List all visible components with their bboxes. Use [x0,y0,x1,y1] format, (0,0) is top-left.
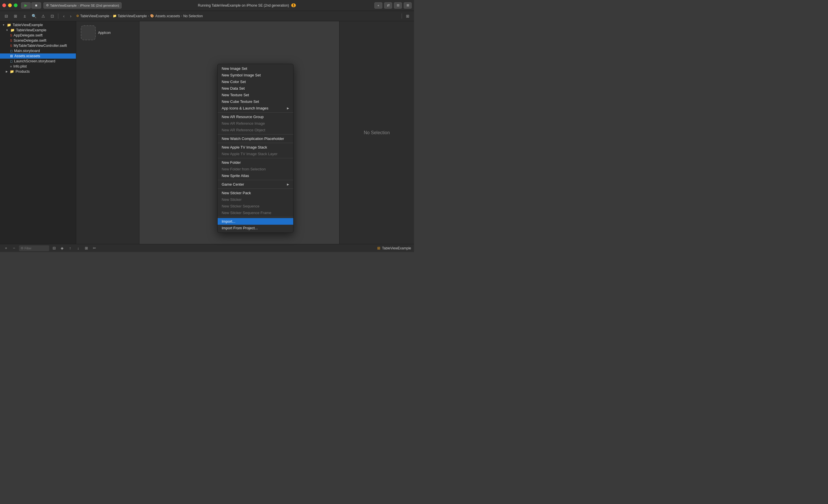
minimize-button[interactable] [8,3,12,7]
layout-button[interactable]: ⇄ [384,2,392,9]
asset-label: AppIcon [98,31,111,35]
menu-item-new-ar-ref-image: New AR Reference Image [218,120,293,127]
scheme-name: TableViewExample [50,4,77,7]
menu-item-new-sticker-sequence-frame: New Sticker Sequence Frame [218,210,293,216]
sidebar-root[interactable]: ▼ 📁 TableViewExample [0,22,76,28]
add-button[interactable]: + [374,2,382,9]
menu-item-new-texture-set[interactable]: New Texture Set [218,92,293,98]
bookmark-icon[interactable]: ⊡ [49,13,56,19]
bc-item-assets[interactable]: 🎨 Assets.xcassets [150,14,180,18]
sidebar-item-assets[interactable]: ⊞ Assets.xcassets [0,53,76,59]
bc-item-folder[interactable]: 📁 TableViewExample [113,14,147,18]
bottom-icon-1[interactable]: ⊟ [51,245,57,251]
menu-separator-6 [218,188,293,189]
sidebar-label: AppDelegate.swift [13,33,43,37]
menu-item-app-icons[interactable]: App Icons & Launch Images ▶ [218,105,293,111]
bottom-icon-3[interactable]: ↑ [67,245,73,251]
title-bar: ▶ ■ ⚙ TableViewExample › iPhone SE (2nd … [0,0,414,11]
swift-icon: S [10,39,12,42]
content-area: No Selection No Selection New Image Set … [139,21,414,244]
menu-separator-5 [218,180,293,180]
menu-item-new-ar-resource-group[interactable]: New AR Resource Group [218,113,293,120]
bc-item-project[interactable]: ⚙ TableViewExample [76,14,109,18]
folder-icon: 📁 [10,70,14,74]
maximize-button[interactable] [14,3,17,7]
menu-item-new-symbol-image-set[interactable]: New Symbol Image Set [218,72,293,79]
inspector-no-selection: No Selection [364,130,390,135]
inspector-toggle-icon[interactable]: ⊞ [404,13,411,19]
sidebar-item-tvexample[interactable]: ▼ 📁 TableViewExample [0,28,76,33]
run-button[interactable]: ▶ [21,2,31,9]
folder-icon: 📁 [10,28,15,32]
bottom-icon-4[interactable]: ↓ [75,245,81,251]
menu-item-new-image-set[interactable]: New Image Set [218,65,293,72]
swift-icon: S [10,34,12,37]
menu-item-new-data-set[interactable]: New Data Set [218,85,293,92]
magnify-icon[interactable]: 🔍 [31,13,37,19]
collapse-icon: ▶ [6,70,8,73]
panel-button[interactable]: ⊞ [404,2,412,9]
submenu-arrow: ▶ [287,183,289,186]
bottom-bar: + − ⊙ ⊟ ◈ ↑ ↓ ⊞ ✂ ⊞ TableViewExample [0,244,414,252]
menu-item-new-cube-texture-set[interactable]: New Cube Texture Set [218,98,293,105]
menu-item-new-apple-tv-stack[interactable]: New Apple TV Image Stack [218,144,293,150]
bottom-icon-6[interactable]: ✂ [91,245,97,251]
menu-item-new-ar-ref-object: New AR Reference Object [218,127,293,133]
close-button[interactable] [2,3,6,7]
bottom-icon-5[interactable]: ⊞ [83,245,89,251]
filter-box: ⊙ [19,245,49,251]
sidebar-item-infoplist[interactable]: ≡ Info.plist [0,64,76,69]
stop-button[interactable]: ■ [31,2,41,9]
sidebar-label: TableViewExample [16,28,46,32]
menu-item-import[interactable]: Import... [218,218,293,225]
project-icon: ⚙ [76,14,79,18]
split-button[interactable]: ⊟ [394,2,402,9]
menu-separator-3 [218,143,293,143]
expand-icon: ▼ [2,24,5,27]
device-name: iPhone SE (2nd generation) [80,4,119,7]
scheme-selector[interactable]: ⚙ TableViewExample › iPhone SE (2nd gene… [43,2,122,9]
sidebar: ▼ 📁 TableViewExample ▼ 📁 TableViewExampl… [0,21,76,244]
menu-item-new-folder[interactable]: New Folder [218,159,293,166]
main-layout: ▼ 📁 TableViewExample ▼ 📁 TableViewExampl… [0,21,414,244]
plus-minus-icon[interactable]: ± [21,13,28,19]
assets-icon: 🎨 [150,14,154,18]
sidebar-item-launchscreen[interactable]: ◻ LaunchScreen.storyboard [0,59,76,64]
bottom-icon-2[interactable]: ◈ [59,245,65,251]
nav-arrows: ‹ › [61,13,74,19]
nav-forward[interactable]: › [68,13,74,19]
sidebar-item-main-storyboard[interactable]: ◻ Main.storyboard [0,48,76,53]
toolbar-separator-2 [402,13,402,19]
warning-icon[interactable]: ⚠ [40,13,47,19]
menu-item-new-sticker-pack[interactable]: New Sticker Pack [218,190,293,196]
sidebar-label: MyTableTableViewController.swift [13,44,67,48]
asset-item-appicon[interactable]: AppIcon [79,24,137,42]
warning-badge[interactable]: 1 [291,3,296,7]
sidebar-toggle-icon[interactable]: ⊟ [3,13,10,19]
sidebar-item-mytable[interactable]: S MyTableTableViewController.swift [0,43,76,48]
menu-item-new-sticker-sequence: New Sticker Sequence [218,203,293,210]
storyboard-icon: ◻ [10,49,13,53]
add-asset-icon[interactable]: + [3,245,9,251]
menu-item-new-watch-complication[interactable]: New Watch Complication Placeholder [218,135,293,142]
grid-icon[interactable]: ⊞ [12,13,19,19]
sidebar-label: SceneDelegate.swift [13,39,46,43]
sidebar-item-appdelegate[interactable]: S AppDelegate.swift [0,33,76,38]
bc-item-selection[interactable]: No Selection [183,14,203,18]
filter-icon: ⊙ [21,246,23,250]
folder-icon: 📁 [7,23,11,27]
menu-item-new-color-set[interactable]: New Color Set [218,79,293,85]
sidebar-label: Products [15,70,30,74]
nav-back[interactable]: ‹ [61,13,67,19]
menu-item-new-sprite-atlas[interactable]: New Sprite Atlas [218,172,293,179]
sidebar-item-products[interactable]: ▶ 📁 Products [0,69,76,74]
menu-item-game-center[interactable]: Game Center ▶ [218,181,293,188]
sidebar-label: LaunchScreen.storyboard [14,59,55,63]
menu-item-import-from-project[interactable]: Import From Project... [218,225,293,231]
toolbar-separator-1 [58,13,58,19]
title-bar-right: + ⇄ ⊟ ⊞ [374,2,412,9]
remove-asset-icon[interactable]: − [11,245,17,251]
filter-input[interactable] [25,246,47,250]
menu-item-new-sticker: New Sticker [218,196,293,203]
sidebar-item-scenedelegate[interactable]: S SceneDelegate.swift [0,38,76,43]
